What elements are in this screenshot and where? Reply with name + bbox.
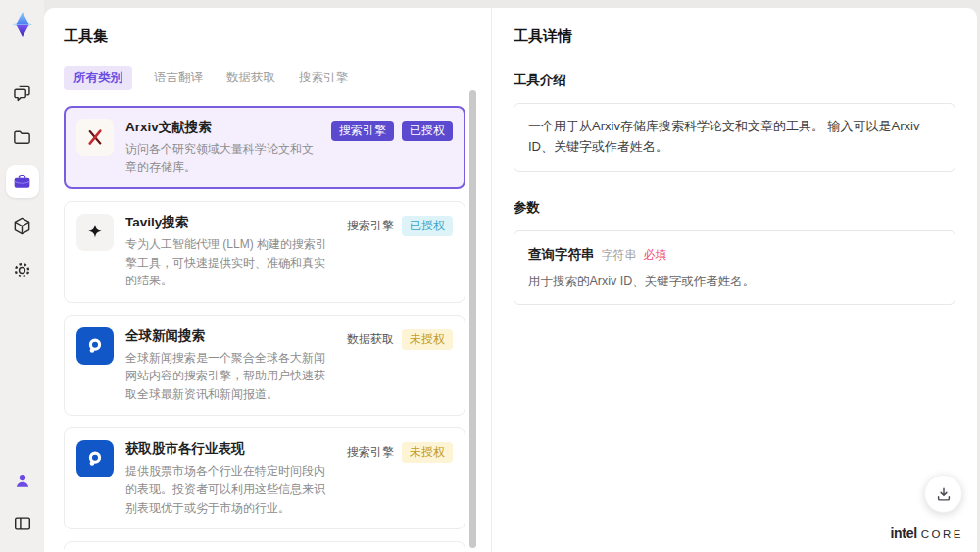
blue-e-app-icon	[76, 327, 114, 365]
intel-core-logo: intel core	[890, 526, 963, 541]
tool-description: 访问各个研究领域大量科学论文和文章的存储库。	[125, 140, 316, 176]
tool-card-0[interactable]: Arxiv文献搜索 访问各个研究领域大量科学论文和文章的存储库。 搜索引擎 已授…	[64, 106, 466, 189]
category-tabs: 所有类别语言翻译数据获取搜索引擎	[64, 66, 471, 90]
tool-card-4[interactable]: 获取市场最活跃股票信息 提供当天交易量最高的股票列表，投资者可以利用这些信息来识…	[64, 541, 466, 549]
brand-core: core	[921, 528, 963, 540]
rail-nav	[6, 76, 39, 286]
tool-card-3[interactable]: 获取股市各行业表现 提供股票市场各个行业在特定时间段内的表现。投资者可以利用这些…	[64, 427, 466, 529]
tab-2[interactable]: 数据获取	[224, 66, 277, 90]
param-required-badge: 必填	[644, 248, 667, 262]
main-content: 工具集 所有类别语言翻译数据获取搜索引擎 Arxiv文献搜索 访问各个研究领域大…	[44, 8, 977, 552]
chat-icon[interactable]	[6, 76, 39, 110]
auth-status-badge: 已授权	[402, 121, 453, 141]
tab-3[interactable]: 搜索引擎	[297, 66, 350, 90]
briefcase-icon[interactable]	[6, 165, 39, 198]
param-description: 用于搜索的Arxiv ID、关键字或作者姓名。	[528, 273, 941, 291]
blue-e-app-icon	[76, 440, 114, 477]
tool-description: 提供股票市场各个行业在特定时间段内的表现。投资者可以利用这些信息来识别表现优于或…	[125, 462, 331, 517]
auth-status-badge: 未授权	[402, 329, 453, 350]
user-icon[interactable]	[6, 464, 39, 497]
arxiv-logo-icon	[76, 119, 114, 156]
intro-heading: 工具介绍	[514, 72, 956, 89]
detail-title: 工具详情	[514, 27, 956, 46]
page-title: 工具集	[64, 27, 471, 46]
param-type: 字符串	[602, 248, 637, 262]
tab-1[interactable]: 语言翻译	[152, 66, 205, 90]
scrollbar[interactable]	[469, 90, 476, 548]
brand-intel: intel	[890, 526, 916, 541]
category-badge: 搜索引擎	[347, 442, 394, 463]
tool-list: Arxiv文献搜索 访问各个研究领域大量科学论文和文章的存储库。 搜索引擎 已授…	[64, 106, 471, 549]
category-badge: 搜索引擎	[331, 121, 394, 141]
params-list: 查询字符串字符串必填 用于搜索的Arxiv ID、关键字或作者姓名。	[514, 230, 956, 306]
cube-icon[interactable]	[6, 209, 39, 242]
tool-detail-panel: 工具详情 工具介绍 一个用于从Arxiv存储库搜索科学论文和文章的工具。 输入可…	[492, 8, 977, 552]
tool-name: Tavily搜索	[125, 214, 331, 232]
tool-description: 全球新闻搜索是一个聚合全球各大新闻网站内容的搜索引擎，帮助用户快速获取全球最新资…	[125, 349, 331, 404]
tool-name: 获取股市各行业表现	[125, 440, 331, 459]
panel-collapse-icon[interactable]	[6, 507, 39, 540]
app-window: 工具集 所有类别语言翻译数据获取搜索引擎 Arxiv文献搜索 访问各个研究领域大…	[0, 0, 980, 552]
rail-bottom	[6, 464, 39, 540]
left-rail	[0, 0, 44, 552]
gear-icon[interactable]	[6, 253, 39, 286]
tab-0[interactable]: 所有类别	[64, 66, 132, 90]
tool-name: Arxiv文献搜索	[125, 119, 316, 137]
tool-card-2[interactable]: 全球新闻搜索 全球新闻搜索是一个聚合全球各大新闻网站内容的搜索引擎，帮助用户快速…	[64, 315, 466, 417]
auth-status-badge: 已授权	[402, 216, 453, 236]
folder-icon[interactable]	[6, 121, 39, 154]
sparkle-star-icon	[76, 214, 114, 251]
tool-name: 全球新闻搜索	[125, 327, 331, 346]
category-badge: 搜索引擎	[347, 216, 394, 236]
tool-description: 专为人工智能代理 (LLM) 构建的搜索引擎工具，可快速提供实时、准确和真实的结…	[125, 235, 331, 290]
category-badge: 数据获取	[347, 329, 394, 350]
download-button[interactable]	[924, 475, 962, 513]
parameter-card: 查询字符串字符串必填 用于搜索的Arxiv ID、关键字或作者姓名。	[514, 230, 956, 306]
auth-status-badge: 未授权	[402, 442, 453, 463]
tool-card-1[interactable]: Tavily搜索 专为人工智能代理 (LLM) 构建的搜索引擎工具，可快速提供实…	[64, 201, 466, 303]
param-name: 查询字符串	[528, 247, 595, 262]
tool-list-panel: 工具集 所有类别语言翻译数据获取搜索引擎 Arxiv文献搜索 访问各个研究领域大…	[44, 8, 492, 552]
params-heading: 参数	[514, 199, 956, 217]
intro-text: 一个用于从Arxiv存储库搜索科学论文和文章的工具。 输入可以是Arxiv ID…	[514, 103, 956, 172]
app-logo-icon	[8, 10, 37, 39]
